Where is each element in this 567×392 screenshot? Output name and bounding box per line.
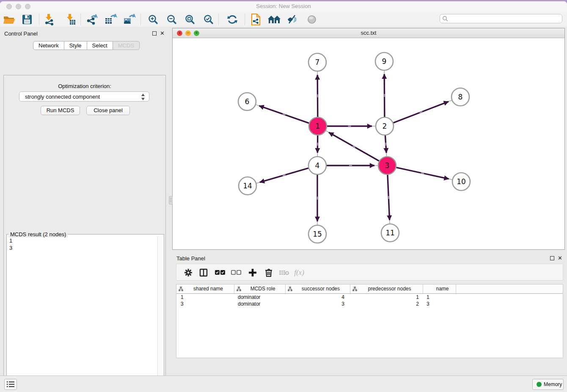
table-cell[interactable]: 3 [423,301,456,307]
node-label-10: 10 [457,177,466,186]
node-label-8: 8 [458,93,463,101]
edge-label-mark [317,197,318,200]
function-builder-icon[interactable]: f(x) [292,266,307,279]
mcds-result-group: MCDS result (2 nodes) 1 3 [6,234,164,392]
node-label-4: 4 [315,161,320,170]
node-label-3: 3 [385,161,390,170]
application-window: Session: New Session [0,1,567,392]
network-title: scc.txt [173,30,564,36]
table-cell[interactable]: 1 [423,294,456,301]
export-table-icon[interactable] [103,13,118,26]
run-mcds-button[interactable]: Run MCDS [41,106,80,115]
table-cell[interactable]: dominator [234,301,286,307]
table-row[interactable]: 1dominator411 [176,294,563,301]
search-box [440,14,562,23]
select-all-icon[interactable] [212,266,228,279]
network-window-titlebar: x – + scc.txt [173,28,564,38]
workspace: Control Panel ✕ NetworkStyleSelectMCDS O… [0,27,567,376]
table-cell[interactable]: 4 [286,294,350,301]
search-icon [442,16,449,22]
memory-button[interactable]: Memory [532,379,564,390]
control-panel: Control Panel ✕ NetworkStyleSelectMCDS O… [0,27,170,376]
network-graph-canvas[interactable]: 1234678910111415 [173,38,564,249]
export-image-icon[interactable] [122,13,137,26]
zoom-fit-icon[interactable] [182,13,198,26]
save-session-icon[interactable] [19,13,35,26]
node-label-9: 9 [382,57,387,66]
import-table-icon[interactable] [63,13,78,26]
table-cell[interactable]: 1 [176,294,234,301]
edge-label-mark [317,94,318,97]
criterion-value: strongly connected component [25,94,100,100]
table-cell[interactable]: 3 [286,301,350,307]
add-column-icon[interactable] [245,266,260,279]
table-cell[interactable]: 1 [350,294,423,301]
table-row[interactable]: 3dominator323 [176,301,563,307]
control-panel-tabs: NetworkStyleSelectMCDS [33,41,140,50]
node-label-1: 1 [316,122,320,130]
tab-select[interactable]: Select [87,41,113,50]
window-titlebar: Session: New Session [0,1,567,12]
control-panel-title: Control Panel [4,30,38,37]
column-header-mcds-role[interactable]: MCDS role [234,284,286,293]
edge-label-mark [388,196,389,199]
show-all-icon[interactable] [304,13,319,26]
table-close-icon[interactable]: ✕ [558,256,563,261]
table-toolbar: f(x) [176,264,563,281]
node-label-11: 11 [385,229,395,237]
criterion-dropdown[interactable]: strongly connected component [19,91,149,102]
edge-label-mark [348,126,351,127]
edge-label-mark [317,143,318,146]
delete-table-icon[interactable] [277,266,292,279]
session-title: Session: New Session [0,3,567,9]
zoom-selected-icon[interactable] [201,13,216,26]
table-settings-icon[interactable] [181,266,196,279]
delete-column-icon[interactable] [261,266,276,279]
export-network-icon[interactable] [85,13,100,26]
show-column-icon[interactable] [196,266,211,279]
deselect-all-icon[interactable] [228,266,244,279]
zoom-in-icon[interactable] [146,13,161,26]
tab-network[interactable]: Network [33,41,64,50]
table-cell[interactable]: 3 [176,301,234,307]
float-panel-icon[interactable] [152,31,157,36]
main-toolbar [0,12,567,27]
node-label-6: 6 [245,97,250,106]
zoom-out-icon[interactable] [164,13,179,26]
table-header-row: shared nameMCDS rolesuccessor nodesprede… [176,284,563,294]
task-history-button[interactable] [4,379,17,390]
mcds-result-text[interactable]: 1 3 [9,237,12,251]
column-header-successor-nodes[interactable]: successor nodes [286,284,350,293]
dropdown-spinner-icon [141,94,145,100]
search-input[interactable] [450,15,561,23]
table-panel-title: Table Panel [176,255,205,262]
tab-mcds[interactable]: MCDS [113,41,140,50]
column-header-shared-name[interactable]: shared name [176,284,234,293]
table-cell[interactable]: 2 [350,301,423,307]
table-cell[interactable]: dominator [234,294,286,301]
hide-selected-icon[interactable] [285,13,300,26]
close-panel-icon[interactable]: ✕ [160,31,165,36]
column-header-name[interactable]: name [423,284,456,293]
open-file-icon[interactable] [2,13,17,26]
edge-label-mark [385,143,386,146]
table-float-icon[interactable] [550,256,554,260]
network-view-window: x – + scc.txt 1234678910111415 [172,28,565,250]
new-network-from-selection-icon[interactable] [248,13,264,26]
first-neighbors-icon[interactable] [267,13,282,26]
mcds-result-title: MCDS result (2 nodes) [8,231,68,237]
node-label-15: 15 [313,230,322,238]
column-header-predecessor-nodes[interactable]: predecessor nodes [350,284,423,293]
status-bar: Memory [0,375,567,392]
close-panel-button[interactable]: Close panel [86,106,130,115]
tab-style[interactable]: Style [64,41,87,50]
node-label-7: 7 [315,58,320,66]
result-scrollbar[interactable] [157,236,163,392]
memory-status-icon [537,382,542,387]
import-network-icon[interactable] [41,13,57,26]
edge-label-mark [384,94,385,97]
refresh-icon[interactable] [225,13,240,26]
node-label-2: 2 [383,122,387,130]
panel-divider-grip[interactable] [169,196,173,204]
mcds-panel: Optimization criterion: strongly connect… [3,75,166,392]
